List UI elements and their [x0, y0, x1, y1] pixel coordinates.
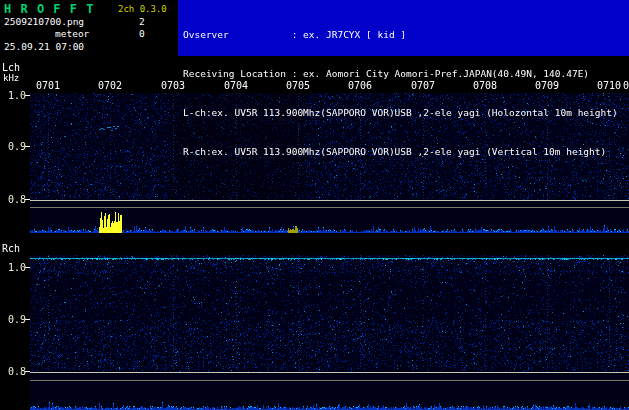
rch-antenna-line: R-ch:ex. UV5R 113.900Mhz(SAPPORO VOR)USB…: [183, 145, 629, 158]
output-filename: 2509210700.png: [4, 16, 84, 27]
hrofft-screen: H R O F F T 2ch 0.3.0 2509210700.png 2 m…: [0, 0, 629, 410]
time-label: 0701: [36, 80, 60, 91]
location-line: Receiving Location : ex. Aomori City Aom…: [183, 67, 629, 80]
rch-freq-tick-1.0: 1.0: [8, 262, 26, 273]
lch-antenna-line: L-ch:ex. UV5R 113.900Mhz(SAPPORO VOR)USB…: [183, 106, 629, 119]
time-label: 0710: [597, 80, 621, 91]
rch-channel-label: Rch: [2, 243, 20, 254]
app-version: 2ch 0.3.0: [118, 4, 167, 14]
datetime-label: 25.09.21 07:00: [4, 41, 84, 52]
time-label: 0: [623, 80, 629, 91]
time-label: 0704: [224, 80, 248, 91]
khz-unit-label: kHz: [3, 73, 19, 83]
app-title: H R O F F T: [4, 2, 94, 16]
time-label: 0708: [473, 80, 497, 91]
rch-spectrogram-panel: [30, 255, 629, 410]
observer-line: Ovserver : ex. JR7CYX [ kid ]: [183, 28, 629, 41]
time-label: 0702: [98, 80, 122, 91]
time-label: 0705: [286, 80, 310, 91]
rch-meteor-count: 0: [139, 28, 145, 39]
lch-freq-tick-1.0: 1.0: [8, 90, 26, 101]
lch-freq-tick-0.8: 0.8: [8, 194, 26, 205]
time-label: 0703: [161, 80, 185, 91]
header-left: H R O F F T 2ch 0.3.0 2509210700.png 2 m…: [0, 0, 178, 56]
time-label: 0709: [535, 80, 559, 91]
lch-meteor-count: 2: [139, 16, 145, 27]
lch-freq-tick-0.9: 0.9: [8, 141, 26, 152]
rch-freq-tick-0.9: 0.9: [8, 314, 26, 325]
time-label: 0706: [348, 80, 372, 91]
lch-channel-label: Lch: [2, 62, 20, 73]
time-label: 0707: [411, 80, 435, 91]
header-info-box: Ovserver : ex. JR7CYX [ kid ] Receiving …: [178, 0, 629, 56]
rch-freq-tick-0.8: 0.8: [8, 366, 26, 377]
mode-label: meteor: [55, 28, 89, 39]
